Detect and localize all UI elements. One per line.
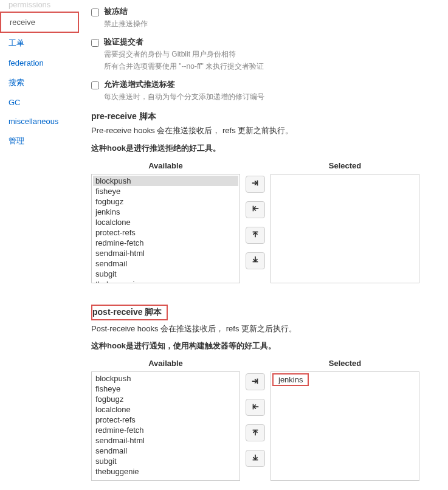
list-item[interactable]: localclone	[93, 217, 238, 227]
list-item[interactable]: sendmail	[93, 258, 238, 269]
post-receive-title: post-receive 脚本	[91, 305, 168, 320]
sidebar-item-gc[interactable]: GC	[0, 93, 79, 112]
pre-selected-header: Selected	[271, 161, 419, 174]
list-item[interactable]: sendmail	[93, 446, 238, 456]
move-right-button[interactable]	[246, 373, 265, 390]
list-item[interactable]: sendmail-html	[93, 248, 238, 258]
sidebar-item-federation[interactable]: federation	[0, 53, 79, 72]
sidebar-item-search[interactable]: 搜索	[0, 72, 79, 93]
post-receive-note: 这种hook是进行通知，使用构建触发器等的好工具。	[91, 340, 436, 351]
arrow-down-icon	[251, 255, 260, 266]
post-receive-picker: Available blockpush fisheye fogbugz loca…	[91, 359, 436, 481]
pre-picker-buttons	[240, 161, 271, 283]
post-available-list[interactable]: blockpush fisheye fogbugz localclone pro…	[91, 371, 240, 481]
pre-receive-picker: Available blockpush fisheye fogbugz jenk…	[91, 161, 436, 283]
post-receive-desc: Post-receive hooks 会在推送接收后， refs 更新之后执行。	[91, 323, 436, 335]
checkbox-incremental-desc: 每次推送时，自动为每个分支添加递增的修订编号	[104, 91, 264, 102]
pre-selected-col: Selected	[271, 161, 419, 283]
list-item[interactable]: blockpush	[93, 176, 238, 186]
move-down-button[interactable]	[246, 252, 265, 269]
list-item[interactable]: protect-refs	[93, 227, 238, 238]
main-content: 被冻结 禁止推送操作 验证提交者 需要提交者的身份与 Gitblit 用户身份相…	[79, 0, 448, 490]
list-item[interactable]: subgit	[93, 456, 238, 466]
post-selected-col: Selected jenkins	[271, 359, 419, 481]
checkbox-incremental-row: 允许递增式推送标签 每次推送时，自动为每个分支添加递增的修订编号	[91, 79, 436, 102]
post-selected-list[interactable]: jenkins	[271, 371, 419, 481]
post-available-header: Available	[91, 359, 240, 371]
list-item[interactable]: jenkins	[272, 373, 309, 386]
move-left-button[interactable]	[246, 399, 265, 416]
checkbox-frozen-row: 被冻结 禁止推送操作	[91, 6, 436, 29]
pre-selected-list[interactable]	[271, 174, 419, 283]
list-item[interactable]: fogbugz	[93, 196, 238, 207]
move-left-button[interactable]	[246, 201, 265, 218]
list-item[interactable]: redmine-fetch	[93, 238, 238, 248]
sidebar-item-tickets[interactable]: 工单	[0, 33, 79, 53]
list-item[interactable]: thebuggenie	[93, 279, 238, 283]
checkbox-verify-row: 验证提交者 需要提交者的身份与 Gitblit 用户身份相符 所有合并选项需要使…	[91, 36, 436, 72]
list-item[interactable]: redmine-fetch	[93, 425, 238, 435]
checkbox-verify-desc1: 需要提交者的身份与 Gitblit 用户身份相符	[104, 49, 264, 60]
checkbox-verify[interactable]	[91, 39, 99, 47]
post-selected-header: Selected	[271, 359, 419, 371]
list-item[interactable]: fisheye	[93, 384, 238, 394]
list-item[interactable]: subgit	[93, 269, 238, 279]
list-item[interactable]: protect-refs	[93, 415, 238, 425]
sidebar-item-receive[interactable]: receive	[0, 12, 79, 33]
checkbox-frozen-label: 被冻结	[104, 6, 148, 17]
move-up-button[interactable]	[246, 227, 265, 244]
list-item[interactable]: sendmail-html	[93, 435, 238, 446]
pre-receive-title: pre-receive 脚本	[91, 111, 436, 122]
pre-available-header: Available	[91, 161, 240, 174]
move-up-button[interactable]	[246, 424, 265, 441]
pre-receive-desc: Pre-receive hooks 会在推送接收后， refs 更新之前执行。	[91, 125, 436, 137]
arrow-right-icon	[251, 179, 260, 189]
arrow-left-icon	[251, 204, 260, 215]
checkbox-incremental[interactable]	[91, 81, 99, 89]
list-item[interactable]: fogbugz	[93, 394, 238, 404]
move-right-button[interactable]	[246, 176, 265, 193]
sidebar-item-miscellaneous[interactable]: miscellaneous	[0, 112, 79, 131]
checkbox-verify-label: 验证提交者	[104, 36, 264, 47]
arrow-up-icon	[251, 230, 260, 240]
list-item[interactable]: blockpush	[93, 373, 238, 384]
arrow-up-icon	[251, 428, 260, 438]
arrow-down-icon	[251, 454, 260, 464]
sidebar-item-admin[interactable]: 管理	[0, 131, 79, 151]
pre-available-col: Available blockpush fisheye fogbugz jenk…	[91, 161, 240, 283]
list-item[interactable]: jenkins	[93, 207, 238, 217]
list-item[interactable]: fisheye	[93, 186, 238, 196]
sidebar: permissions receive 工单 federation 搜索 GC …	[0, 0, 79, 490]
pre-available-list[interactable]: blockpush fisheye fogbugz jenkins localc…	[91, 174, 240, 283]
checkbox-verify-desc2: 所有合并选项需要使用 "--no-ff" 来执行提交者验证	[104, 61, 264, 72]
list-item[interactable]: thebuggenie	[93, 466, 238, 477]
checkbox-incremental-label: 允许递增式推送标签	[104, 79, 264, 90]
pre-receive-section: pre-receive 脚本 Pre-receive hooks 会在推送接收后…	[91, 111, 436, 283]
list-item[interactable]: localclone	[93, 404, 238, 415]
pre-receive-note: 这种hook是进行推送拒绝的好工具。	[91, 143, 436, 154]
checkbox-frozen[interactable]	[91, 9, 99, 16]
sidebar-item-permissions[interactable]: permissions	[0, 0, 79, 12]
move-down-button[interactable]	[246, 450, 265, 467]
post-receive-section: post-receive 脚本 Post-receive hooks 会在推送接…	[91, 295, 436, 481]
post-available-col: Available blockpush fisheye fogbugz loca…	[91, 359, 240, 481]
arrow-left-icon	[251, 402, 260, 413]
arrow-right-icon	[251, 377, 260, 387]
checkbox-frozen-desc: 禁止推送操作	[104, 18, 148, 29]
post-picker-buttons	[240, 359, 271, 481]
